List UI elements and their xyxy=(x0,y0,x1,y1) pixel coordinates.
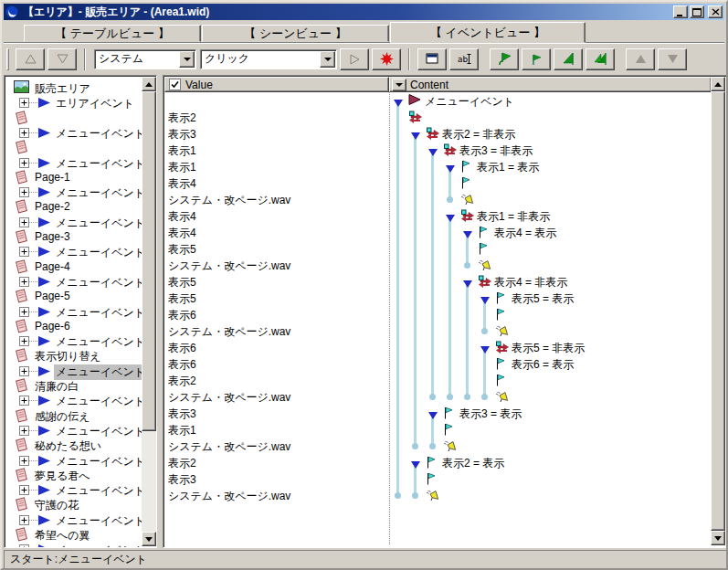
tree-item[interactable]: Page-2 xyxy=(6,199,142,215)
expand-plus-icon[interactable] xyxy=(19,515,29,528)
flag-node-icon[interactable] xyxy=(460,160,470,175)
tree-item[interactable]: メニューイベント xyxy=(6,333,142,349)
event-row[interactable]: 表示1表示1 = 表示 xyxy=(164,158,712,174)
tree-item-label[interactable]: Page-3 xyxy=(33,230,72,243)
collapse-triangle-icon[interactable] xyxy=(394,97,403,110)
rename-button[interactable]: ab xyxy=(449,48,479,70)
tab-event-view[interactable]: 【 イベントビュー 】 xyxy=(390,22,586,43)
flag-node-icon[interactable] xyxy=(443,406,453,422)
expand-plus-icon[interactable] xyxy=(19,217,29,230)
event-node-label[interactable]: 表示5 = 表示 xyxy=(512,291,574,307)
scroll-up-button[interactable] xyxy=(711,77,725,91)
event-row[interactable]: 表示1 xyxy=(164,421,712,438)
event-node-label[interactable]: 表示3 = 表示 xyxy=(459,406,522,422)
toolbar-grip[interactable] xyxy=(6,48,9,70)
tree-item[interactable]: メニューイベント xyxy=(6,482,142,498)
event-row[interactable]: 表示6表示6 = 表示 xyxy=(164,355,712,372)
tree-item-label[interactable]: Page-4 xyxy=(33,260,72,273)
event-row[interactable]: 表示2表示2 = 表示 xyxy=(164,454,712,470)
event-node-label[interactable]: 表示3 = 非表示 xyxy=(459,143,533,159)
expand-plus-icon[interactable] xyxy=(19,456,29,469)
expand-plus-icon[interactable] xyxy=(19,247,29,259)
tree-item[interactable]: 秘めたる想い xyxy=(6,438,142,453)
event-row[interactable]: 表示2 xyxy=(164,109,712,125)
tree-item[interactable]: 夢見る君へ xyxy=(6,468,142,483)
tab-scene-view[interactable]: 【 シーンビュー 】 xyxy=(202,25,389,42)
event-row[interactable]: システム・改ページ.wav xyxy=(164,438,712,454)
jump-last-button[interactable] xyxy=(586,48,615,70)
sound-node-icon[interactable] xyxy=(443,439,457,455)
event-row[interactable]: システム・改ページ.wav xyxy=(164,191,712,207)
content-column-header[interactable]: Content xyxy=(389,77,712,92)
tree-item[interactable]: メニューイベント xyxy=(6,274,142,290)
chevron-down-icon[interactable] xyxy=(320,51,335,68)
tree-item-label[interactable]: Page-1 xyxy=(33,171,72,184)
value-checkbox[interactable] xyxy=(169,79,181,90)
event-row[interactable]: 表示6 xyxy=(164,306,712,322)
event-row[interactable]: 表示3表示3 = 表示 xyxy=(164,405,712,421)
close-button[interactable] xyxy=(708,5,723,18)
event-row[interactable]: 表示2 xyxy=(164,372,712,388)
event-row[interactable]: 表示4 xyxy=(164,174,712,191)
move-down-button[interactable] xyxy=(658,48,687,70)
scroll-down-button[interactable] xyxy=(142,532,156,546)
tree-item[interactable]: Page-5 xyxy=(6,289,142,304)
event-node-label[interactable]: 表示2 = 表示 xyxy=(442,456,504,471)
event-type-combobox[interactable]: クリック xyxy=(200,49,337,69)
tree-item[interactable]: メニューイベント xyxy=(6,542,142,547)
expand-plus-icon[interactable] xyxy=(19,98,29,111)
collapse-triangle-icon[interactable] xyxy=(480,294,490,307)
event-node-label[interactable]: 表示6 = 表示 xyxy=(512,357,574,373)
flag-node-icon[interactable] xyxy=(426,472,436,488)
flag-node-icon[interactable] xyxy=(478,242,488,258)
tree-item[interactable]: Page-1 xyxy=(6,170,142,185)
tree-scrollbar-thumb[interactable] xyxy=(142,91,156,431)
event-node-label[interactable]: 表示4 = 表示 xyxy=(494,226,556,241)
expand-plus-icon[interactable] xyxy=(19,485,29,498)
tree-item[interactable]: 表示切り替え xyxy=(6,348,142,364)
tree-item[interactable]: メニューイベント xyxy=(6,215,142,230)
event-row[interactable]: 表示5表示5 = 表示 xyxy=(164,290,712,306)
tree-item[interactable]: Page-4 xyxy=(6,259,142,275)
tree-item[interactable]: 感謝の伝え xyxy=(6,408,142,424)
jump-first-button[interactable] xyxy=(490,48,519,70)
event-row[interactable]: 表示3表示2 = 非表示 xyxy=(164,125,712,142)
collapse-triangle-icon[interactable] xyxy=(480,343,490,356)
properties-window-button[interactable] xyxy=(417,48,447,70)
flag-node-icon[interactable] xyxy=(495,308,505,323)
collapse-triangle-icon[interactable] xyxy=(411,459,420,471)
event-node-label[interactable]: 表示1 = 非表示 xyxy=(477,209,550,225)
expand-plus-icon[interactable] xyxy=(19,128,29,141)
expand-plus-icon[interactable] xyxy=(19,396,29,408)
abort-button[interactable] xyxy=(372,48,401,70)
expand-plus-icon[interactable] xyxy=(19,187,29,200)
collapse-triangle-icon[interactable] xyxy=(463,228,472,241)
sound-node-icon[interactable] xyxy=(426,489,439,504)
event-row[interactable]: 表示4表示4 = 表示 xyxy=(164,224,712,240)
flag-node-icon[interactable] xyxy=(443,423,453,438)
tree-item[interactable]: 清廉の白 xyxy=(6,378,142,394)
event-row[interactable]: 表示1表示3 = 非表示 xyxy=(164,142,712,158)
tree-item-label[interactable]: Page-5 xyxy=(33,290,72,302)
flag-node-icon[interactable] xyxy=(495,357,505,373)
sound-node-icon[interactable] xyxy=(495,324,509,340)
event-node-label[interactable]: 表示4 = 非表示 xyxy=(494,275,567,290)
event-row[interactable]: 表示4表示1 = 非表示 xyxy=(164,207,712,224)
tree-item[interactable]: Page-6 xyxy=(6,319,142,334)
calc-node-icon[interactable] xyxy=(460,209,475,225)
flag-node-icon[interactable] xyxy=(478,226,488,241)
expand-plus-icon[interactable] xyxy=(19,426,29,438)
event-row[interactable]: 表示3 xyxy=(164,470,712,487)
scroll-up-button[interactable] xyxy=(142,77,156,91)
tree-item[interactable]: メニューイベント xyxy=(6,304,142,320)
event-scrollbar-thumb[interactable] xyxy=(711,91,725,531)
tree-scrollbar[interactable] xyxy=(142,77,156,546)
jump-next-button[interactable] xyxy=(554,48,583,70)
event-row[interactable]: 表示5 xyxy=(164,240,712,257)
collapse-triangle-icon[interactable] xyxy=(463,278,472,290)
flag-node-icon[interactable] xyxy=(460,176,470,192)
nav-up-button[interactable] xyxy=(16,48,45,70)
expand-plus-icon[interactable] xyxy=(19,336,29,349)
collapse-triangle-icon[interactable] xyxy=(411,130,420,142)
event-node-label[interactable]: メニューイベント xyxy=(425,94,514,110)
